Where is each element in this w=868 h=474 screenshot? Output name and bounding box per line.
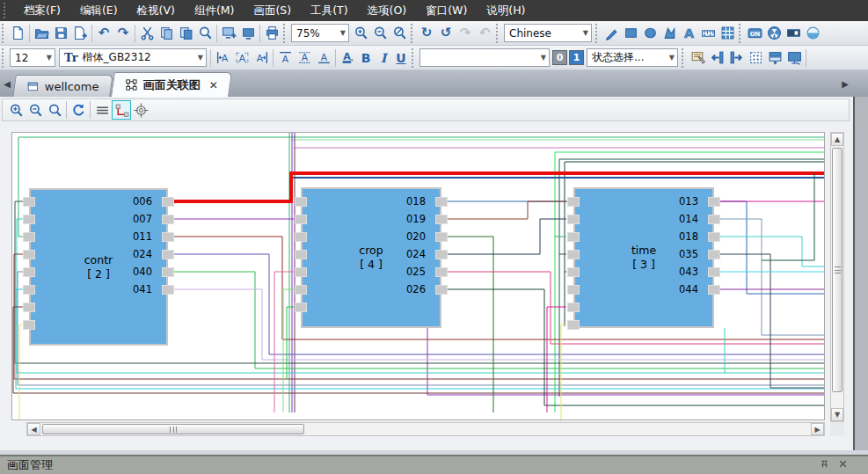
menu-h[interactable]: 说明(H) xyxy=(477,0,535,21)
tab-画面关联图[interactable]: 画面关联图✕ xyxy=(111,72,232,97)
valign-bottom-button[interactable]: A xyxy=(314,48,333,68)
zoom-out-button[interactable] xyxy=(26,100,45,120)
draw-table-button[interactable] xyxy=(718,24,737,43)
cut-button[interactable] xyxy=(137,24,157,43)
toolbar-grip[interactable] xyxy=(2,24,5,43)
output-pin-011[interactable] xyxy=(162,232,174,242)
vertical-scrollbar[interactable]: ▲ ▼ xyxy=(830,132,844,422)
locate-button[interactable] xyxy=(131,100,150,120)
pin-panel-icon[interactable] xyxy=(819,458,830,472)
toolbar-grip[interactable] xyxy=(739,24,742,43)
zoom-out-button[interactable] xyxy=(370,24,390,43)
font-color-button[interactable]: A xyxy=(338,48,357,68)
menu-w[interactable]: 窗口(W) xyxy=(416,0,477,21)
toolbar-grip[interactable] xyxy=(283,24,287,43)
scroll-left-icon[interactable]: ◀ xyxy=(27,423,40,435)
save-button[interactable] xyxy=(51,24,70,43)
dropdown-arrow-icon[interactable]: ▼ xyxy=(579,29,588,37)
new-file-button[interactable] xyxy=(8,24,27,43)
copy-button[interactable] xyxy=(157,24,176,43)
dropdown-arrow-icon[interactable]: ▼ xyxy=(336,29,346,37)
open-screen-button[interactable] xyxy=(238,24,258,43)
line-style-button[interactable] xyxy=(92,100,112,120)
menu-v[interactable]: 检视(V) xyxy=(128,0,185,21)
input-pin[interactable] xyxy=(23,320,35,330)
close-panel-icon[interactable] xyxy=(837,458,849,472)
zoom-default-button[interactable] xyxy=(45,100,64,120)
output-pin-006[interactable] xyxy=(162,197,174,207)
menu-m[interactable]: 组件(M) xyxy=(185,0,244,21)
output-pin-024[interactable] xyxy=(162,250,174,259)
find-button[interactable] xyxy=(195,24,215,43)
widget-switch-button[interactable] xyxy=(784,24,803,43)
new-screen-button[interactable] xyxy=(219,24,238,43)
input-pin[interactable] xyxy=(567,303,580,312)
input-pin[interactable] xyxy=(567,250,580,259)
input-pin[interactable] xyxy=(567,285,580,295)
route-style-button[interactable] xyxy=(112,100,131,120)
output-pin-014[interactable] xyxy=(708,215,720,224)
diagram-block-contr[interactable]: contr[ 2 ]006007011024040041 xyxy=(29,188,168,346)
output-pin-013[interactable] xyxy=(708,197,720,207)
input-pin[interactable] xyxy=(295,250,307,259)
menu-t[interactable]: 工具(T) xyxy=(301,0,357,21)
state-0-button[interactable]: 0 xyxy=(552,50,567,65)
bold-button[interactable]: B xyxy=(357,49,375,67)
dropdown-arrow-icon[interactable]: ▼ xyxy=(193,54,203,62)
toolbar-grip[interactable] xyxy=(2,48,5,68)
undo-alt-button[interactable]: ↶ xyxy=(475,24,494,43)
output-pin-044[interactable] xyxy=(708,285,720,295)
input-pin[interactable] xyxy=(23,303,35,312)
input-pin[interactable] xyxy=(23,215,35,224)
send-backward-button[interactable] xyxy=(765,48,784,68)
save-as-button[interactable] xyxy=(70,24,90,43)
redo-alt-button[interactable]: ↷ xyxy=(456,24,475,43)
prev-state-button[interactable] xyxy=(707,48,726,68)
input-pin[interactable] xyxy=(23,267,35,277)
draw-text-button[interactable]: A xyxy=(679,24,698,43)
draw-scale-button[interactable] xyxy=(698,24,718,43)
output-pin-026[interactable] xyxy=(435,285,448,295)
scroll-right-icon[interactable]: ▶ xyxy=(811,423,824,435)
refresh-button[interactable] xyxy=(69,100,88,120)
menu-e[interactable]: 编辑(E) xyxy=(70,0,128,21)
toolbar-grip[interactable] xyxy=(412,48,415,68)
input-pin[interactable] xyxy=(23,197,35,207)
widget-tank-button[interactable] xyxy=(803,24,822,43)
widget-fan-button[interactable] xyxy=(764,24,784,43)
align-right-button[interactable]: A xyxy=(252,48,271,68)
zoom-reset-button[interactable] xyxy=(390,24,409,43)
zoom-in-button[interactable] xyxy=(6,100,26,120)
scroll-up-icon[interactable]: ▲ xyxy=(831,133,843,146)
input-pin[interactable] xyxy=(567,320,580,330)
zoom-level-combo[interactable]: 75%▼ xyxy=(291,24,349,42)
input-pin[interactable] xyxy=(295,303,307,312)
dropdown-arrow-icon[interactable]: ▼ xyxy=(536,54,546,62)
output-pin-040[interactable] xyxy=(162,267,174,277)
diagram-block-time[interactable]: time[ 3 ]013014018035043044 xyxy=(573,187,714,328)
vertical-scroll-thumb[interactable] xyxy=(832,148,842,392)
state-select-combo[interactable]: 状态选择...▼ xyxy=(587,48,678,67)
rotate-ccw-button[interactable]: ↺ xyxy=(436,24,456,43)
print-button[interactable] xyxy=(262,24,281,43)
redo-button[interactable]: ↷ xyxy=(113,24,133,43)
menu-f[interactable]: 档案(F) xyxy=(14,0,70,21)
zoom-in-button[interactable] xyxy=(351,24,370,43)
output-pin-018[interactable] xyxy=(708,232,720,242)
toolbar-grip[interactable] xyxy=(682,48,685,68)
diagram-block-crop[interactable]: crop[ 4 ]018019020024025026 xyxy=(301,187,441,328)
draw-line-button[interactable] xyxy=(602,24,621,43)
align-center-button[interactable]: A xyxy=(232,48,252,68)
input-pin[interactable] xyxy=(567,267,580,277)
tab-close-icon[interactable]: ✕ xyxy=(206,79,218,91)
element-select-combo[interactable]: ▼ xyxy=(419,48,550,67)
draw-polygon-button[interactable] xyxy=(660,24,679,43)
valign-top-button[interactable]: A xyxy=(275,48,295,68)
valign-middle-button[interactable]: A xyxy=(295,48,314,68)
output-pin-025[interactable] xyxy=(435,267,448,277)
open-file-button[interactable] xyxy=(32,24,51,43)
input-pin[interactable] xyxy=(295,197,307,207)
output-pin-019[interactable] xyxy=(435,215,448,224)
horizontal-scrollbar[interactable]: ◀ ▶ xyxy=(26,422,825,436)
font-size-combo[interactable]: 12▼ xyxy=(10,48,55,67)
